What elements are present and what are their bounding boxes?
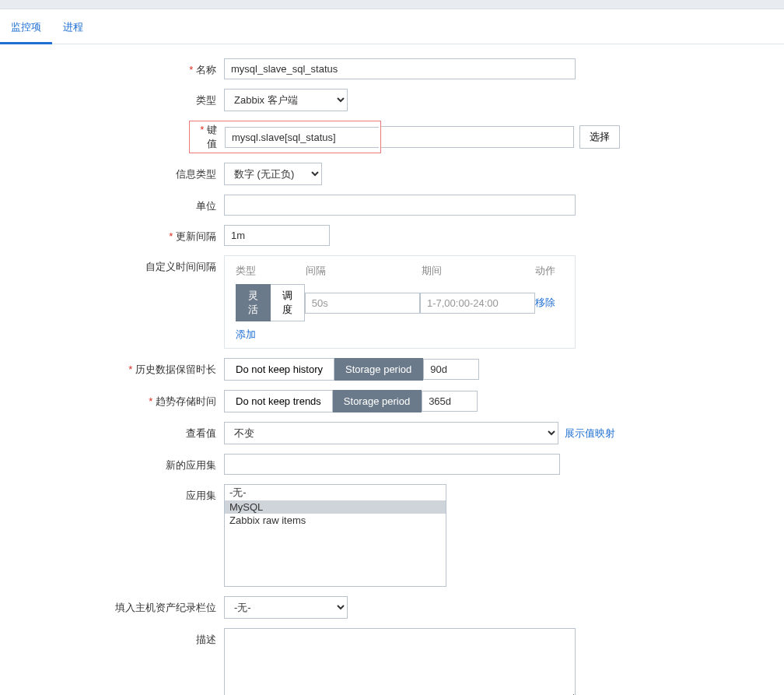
inventory-select[interactable]: -无- (224, 596, 348, 619)
trends-toggle: Do not keep trends Storage period (224, 390, 422, 412)
new-application-input[interactable] (224, 454, 560, 475)
type-select[interactable]: Zabbix 客户端 (224, 89, 348, 111)
label-update-interval: 更新间隔 (0, 225, 224, 244)
description-textarea[interactable] (224, 628, 576, 695)
app-option-raw[interactable]: Zabbix raw items (225, 514, 446, 527)
history-value-input[interactable] (423, 359, 479, 380)
hdr-action: 动作 (535, 264, 564, 278)
label-trends: 趋势存储时间 (0, 390, 224, 409)
key-input-extension[interactable] (381, 126, 574, 148)
key-input[interactable] (225, 127, 379, 148)
units-input[interactable] (224, 195, 576, 216)
select-key-button[interactable]: 选择 (579, 125, 620, 149)
label-info-type: 信息类型 (0, 163, 224, 181)
update-interval-input[interactable] (224, 225, 330, 246)
label-apps: 应用集 (0, 484, 224, 503)
label-units: 单位 (0, 195, 224, 213)
label-type: 类型 (0, 89, 224, 107)
interval-type-toggle: 灵活 调度 (236, 284, 305, 321)
trends-value-input[interactable] (422, 391, 478, 412)
add-interval-link[interactable]: 添加 (236, 328, 256, 340)
label-new-app: 新的应用集 (0, 454, 224, 472)
history-toggle: Do not keep history Storage period (224, 358, 423, 381)
applications-listbox[interactable]: -无- MySQL Zabbix raw items (224, 484, 446, 587)
history-no-keep-button[interactable]: Do not keep history (224, 358, 334, 381)
tabs: 监控项 进程 (0, 9, 784, 44)
interval-period-input[interactable] (420, 293, 535, 314)
top-bar (0, 0, 784, 9)
hdr-type: 类型 (236, 264, 306, 278)
app-option-none[interactable]: -无- (225, 485, 446, 500)
interval-value-input[interactable] (305, 293, 420, 314)
show-value-mappings-link[interactable]: 展示值映射 (565, 426, 615, 441)
app-option-mysql[interactable]: MySQL (225, 500, 446, 514)
intervals-box: 类型 间隔 期间 动作 灵活 调度 移除 添加 (224, 255, 576, 349)
tab-item[interactable]: 监控项 (0, 16, 52, 44)
label-custom-intervals: 自定义时间间隔 (0, 255, 224, 274)
key-highlight-box: 键值 (189, 121, 381, 153)
hdr-period: 期间 (422, 264, 535, 278)
label-description: 描述 (0, 628, 224, 647)
hdr-interval: 间隔 (306, 264, 422, 278)
history-storage-button[interactable]: Storage period (334, 358, 423, 381)
label-name: 名称 (0, 58, 224, 77)
sched-button[interactable]: 调度 (271, 284, 305, 321)
trends-storage-button[interactable]: Storage period (333, 390, 422, 412)
tab-process[interactable]: 进程 (52, 16, 94, 44)
info-type-select[interactable]: 数字 (无正负) (224, 163, 322, 185)
show-value-select[interactable]: 不变 (224, 422, 558, 444)
name-input[interactable] (224, 58, 576, 79)
flex-button[interactable]: 灵活 (236, 284, 271, 321)
trends-no-keep-button[interactable]: Do not keep trends (224, 390, 333, 412)
remove-interval-link[interactable]: 移除 (535, 297, 555, 308)
label-history: 历史数据保留时长 (0, 358, 224, 377)
label-inventory: 填入主机资产纪录栏位 (0, 596, 224, 615)
label-key: 键值 (191, 123, 225, 151)
label-show-value: 查看值 (0, 422, 224, 441)
